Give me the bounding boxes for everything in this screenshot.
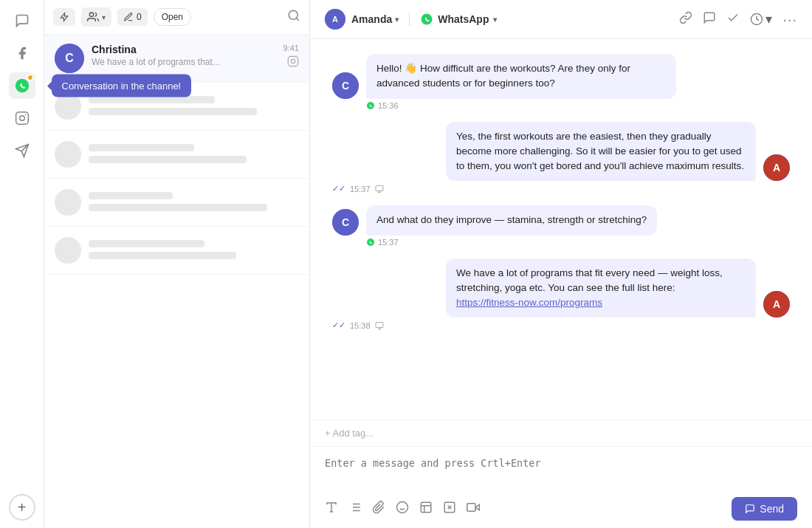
message-row: C And what do they improve — stamina, st… [332, 205, 790, 235]
conv-channel-icon [287, 55, 299, 69]
list-item [44, 227, 309, 275]
snippet-icon[interactable] [443, 501, 456, 518]
pencil-count: 0 [137, 12, 142, 22]
message-group-1: C Hello! 👋 How difficult are the workout… [332, 54, 790, 110]
channel-dropdown-icon: ▾ [493, 16, 497, 24]
check-icon[interactable] [726, 11, 740, 28]
checkmarks: ✓✓ [332, 184, 345, 193]
svg-point-28 [367, 239, 374, 246]
svg-rect-45 [421, 502, 431, 512]
svg-point-16 [422, 14, 433, 25]
text-format-icon[interactable] [325, 501, 338, 518]
whatsapp-icon[interactable]: Conversation in the channel [9, 72, 35, 99]
open-badge[interactable]: Open [154, 8, 191, 26]
message-row: Yes, the first workouts are the easiest,… [332, 122, 790, 182]
template-icon[interactable] [419, 501, 433, 518]
attach-icon[interactable] [372, 501, 385, 518]
message-group-2: Yes, the first workouts are the easiest,… [332, 122, 790, 194]
channel-name: WhatsApp [438, 13, 489, 25]
user-dropdown-icon: ▾ [395, 16, 399, 24]
message-group-4: We have a lot of programs that fit every… [332, 258, 790, 331]
conv-preview: We have a lot of programs that... [92, 57, 278, 67]
svg-point-6 [89, 13, 93, 16]
message-group-3: C And what do they improve — stamina, st… [332, 205, 790, 246]
header-divider [409, 13, 410, 26]
svg-line-8 [296, 18, 298, 20]
message-row: We have a lot of programs that fit every… [332, 258, 790, 318]
svg-point-3 [24, 114, 26, 116]
send-icon [745, 504, 755, 514]
search-button[interactable] [287, 9, 300, 25]
svg-text:C: C [342, 80, 349, 92]
video-icon[interactable] [467, 501, 480, 518]
icon-rail: Conversation in the channel + [0, 0, 44, 528]
rail-bottom: + [9, 494, 35, 521]
conv-time: 9:41 [283, 44, 299, 52]
facebook-icon[interactable] [9, 40, 35, 66]
svg-text:A: A [773, 162, 780, 174]
svg-text:C: C [65, 52, 74, 64]
assign-button[interactable]: ▾ [81, 7, 111, 27]
link-icon[interactable] [679, 11, 692, 28]
add-channel-button[interactable]: + [9, 494, 35, 521]
pencil-button[interactable]: 0 [117, 8, 148, 26]
svg-point-20 [367, 102, 374, 109]
avatar: C [55, 44, 84, 73]
program-link[interactable]: https://fitness-now.com/programs [456, 297, 602, 308]
message-bubble: We have a lot of programs that fit every… [446, 258, 756, 318]
header-channel[interactable]: WhatsApp ▾ [420, 13, 497, 26]
send-button[interactable]: Send [732, 497, 797, 521]
add-tag-bar[interactable]: + Add tag... [310, 419, 812, 447]
user-avatar: A [325, 9, 345, 30]
message-meta: ✓✓ 15:37 [332, 184, 756, 193]
list-icon[interactable] [348, 501, 362, 518]
svg-point-13 [295, 58, 296, 59]
clock-icon[interactable]: ▾ [750, 11, 772, 27]
chat-input-area [310, 447, 812, 491]
svg-rect-1 [16, 112, 28, 125]
comment-icon[interactable] [703, 11, 716, 28]
conv-header: ▾ 0 Open [44, 0, 309, 35]
conv-meta: 9:41 [283, 44, 299, 69]
conv-info: Christina We have a lot of programs that… [92, 44, 278, 67]
message-bubble: And what do they improve — stamina, stre… [366, 205, 657, 235]
svg-point-0 [15, 79, 28, 92]
svg-point-42 [397, 501, 408, 512]
message-input[interactable] [325, 457, 797, 481]
send-label: Send [760, 503, 784, 515]
more-icon[interactable]: ··· [782, 11, 797, 28]
chat-icon[interactable] [9, 7, 35, 34]
message-time: 15:37 [366, 238, 790, 247]
message-time: 15:36 [366, 101, 790, 110]
header-user-name[interactable]: Amanda ▾ [351, 13, 399, 25]
message-row: C Hello! 👋 How difficult are the workout… [332, 54, 790, 99]
svg-text:A: A [332, 15, 338, 24]
svg-point-7 [289, 10, 297, 19]
telegram-icon[interactable] [9, 137, 35, 164]
sender-avatar: A [763, 154, 790, 181]
svg-rect-11 [288, 56, 297, 66]
sender-avatar: C [332, 209, 359, 236]
svg-text:A: A [773, 298, 780, 310]
chat-toolbar: Send [310, 491, 812, 528]
conv-name: Christina [92, 44, 278, 55]
instagram-icon[interactable] [9, 105, 35, 131]
message-bubble: Yes, the first workouts are the easiest,… [446, 122, 756, 182]
svg-point-2 [19, 116, 24, 121]
svg-marker-47 [475, 504, 479, 510]
channel-tooltip: Conversation in the channel [52, 75, 191, 97]
notification-badge [27, 74, 34, 81]
svg-text:C: C [342, 216, 349, 228]
checkmarks: ✓✓ [332, 320, 345, 330]
screen-icon [375, 321, 384, 330]
screen-icon [375, 185, 384, 193]
message-bubble: Hello! 👋 How difficult are the workouts?… [366, 54, 676, 99]
svg-point-12 [291, 59, 295, 63]
chat-header: A Amanda ▾ WhatsApp ▾ [310, 0, 812, 39]
sort-button[interactable] [53, 8, 75, 26]
chat-body: C Hello! 👋 How difficult are the workout… [310, 39, 812, 419]
emoji-icon[interactable] [396, 501, 409, 518]
chat-panel: A Amanda ▾ WhatsApp ▾ [310, 0, 812, 528]
list-item [44, 131, 309, 179]
message-meta: ✓✓ 15:38 [332, 320, 756, 330]
